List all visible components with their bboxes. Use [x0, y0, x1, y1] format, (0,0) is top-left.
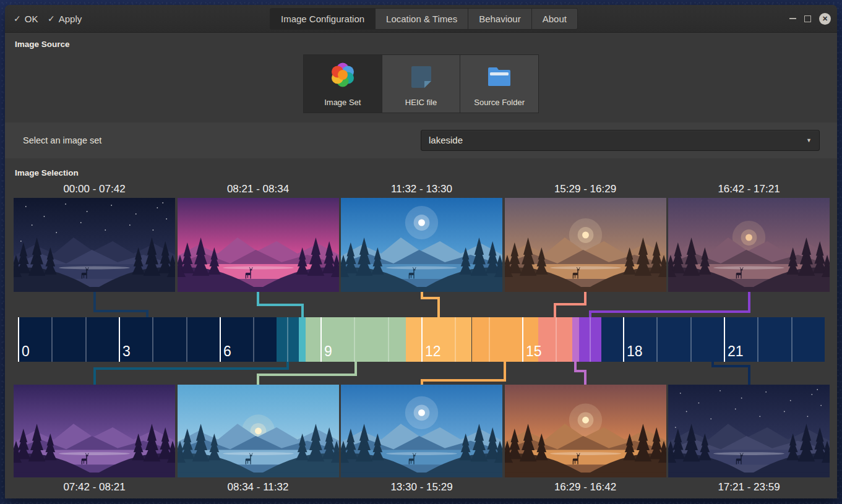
wallpaper-thumbnail[interactable] [14, 198, 175, 292]
wallpaper-thumbnail[interactable] [505, 198, 666, 292]
wallpaper-thumbnail[interactable] [178, 198, 339, 292]
tab-behaviour[interactable]: Behaviour [468, 9, 532, 29]
timeline-minor-tick [489, 317, 490, 362]
time-range-label: 16:29 - 16:42 [505, 481, 666, 493]
connector-line [146, 310, 148, 317]
timeline-minor-tick [556, 317, 557, 362]
timeline-minor-tick [455, 317, 456, 362]
time-range-label: 17:21 - 23:59 [668, 481, 830, 493]
timeline-hour-label: 21 [728, 343, 744, 360]
ok-button[interactable]: ✓ OK [14, 5, 38, 32]
connector-line [257, 304, 304, 306]
connector-line [554, 303, 556, 317]
connector-line [301, 304, 304, 317]
wallpaper-thumbnail[interactable] [341, 198, 502, 292]
connector-line [589, 310, 591, 317]
apply-button-label: Apply [59, 14, 82, 24]
timeline-hour-label: 3 [122, 343, 131, 360]
timeline-minor-tick [354, 317, 355, 362]
image-source-heading: Image Source [15, 40, 70, 49]
timeline-minor-tick [253, 317, 254, 362]
app-window: ✓ OK ✓ Apply Image Configuration Locatio… [5, 5, 837, 498]
image-set-dropdown[interactable]: lakeside ▼ [421, 130, 820, 151]
time-range-label: 13:30 - 15:29 [341, 481, 502, 493]
wallpaper-thumbnail[interactable] [14, 385, 175, 477]
source-folder-label: Source Folder [474, 98, 525, 107]
timeline-hour-label: 9 [324, 343, 332, 360]
time-range-label: 15:29 - 16:29 [505, 183, 666, 195]
tab-location-times[interactable]: Location & Times [376, 9, 468, 29]
timeline-segment [572, 317, 580, 362]
timeline-minor-tick [757, 317, 758, 362]
wallpaper-thumbnail[interactable] [505, 385, 666, 477]
timeline-major-tick [724, 317, 725, 362]
timeline-hour-label: 12 [425, 343, 441, 360]
image-set-label: Image Set [324, 98, 361, 107]
dropdown-selected-value: lakeside [429, 130, 463, 150]
maximize-icon[interactable] [804, 15, 811, 22]
timeline-major-tick [522, 317, 523, 362]
minimize-icon[interactable] [789, 18, 796, 19]
timeline-hour-label: 0 [22, 343, 30, 360]
source-type-options: Image Set HEIC file Source Folder [303, 54, 539, 113]
check-icon: ✓ [14, 14, 21, 23]
ok-button-label: OK [25, 14, 38, 24]
connector-line [711, 365, 750, 367]
titlebar: ✓ OK ✓ Apply Image Configuration Locatio… [5, 5, 837, 33]
timeline-hour-label: 18 [627, 343, 643, 360]
wallpaper-thumbnail[interactable] [178, 385, 339, 477]
image-selection-heading: Image Selection [15, 168, 79, 177]
wallpaper-thumbnail[interactable] [668, 198, 830, 292]
timeline-segment [18, 317, 277, 362]
timeline-hour-label: 6 [223, 343, 231, 360]
check-icon: ✓ [48, 14, 55, 23]
time-range-label: 00:00 - 07:42 [14, 183, 175, 195]
connector-line [93, 310, 149, 312]
connector-line [93, 367, 96, 385]
heic-file-button[interactable]: HEIC file [382, 55, 461, 113]
source-folder-button[interactable]: Source Folder [460, 55, 538, 113]
connector-line [421, 379, 423, 385]
timeline-hour-label: 15 [526, 343, 542, 360]
connector-line [748, 365, 750, 385]
timeline-major-tick [18, 317, 19, 362]
time-range-label: 07:42 - 08:21 [14, 481, 175, 493]
connector-line [589, 310, 750, 313]
timeline: 036912151821 [18, 317, 825, 362]
timeline-minor-tick [791, 317, 793, 362]
timeline-major-tick [220, 317, 221, 362]
timeline-minor-tick [656, 317, 658, 362]
wallpaper-thumbnail[interactable] [668, 385, 830, 477]
heic-file-label: HEIC file [405, 98, 437, 107]
time-range-label: 08:34 - 11:32 [178, 481, 339, 493]
connector-line [257, 374, 259, 385]
connector-line [584, 370, 586, 385]
timeline-minor-tick [690, 317, 692, 362]
timeline-segment [299, 317, 306, 362]
close-icon[interactable]: ✕ [819, 13, 831, 25]
timeline-minor-tick [287, 317, 288, 362]
heic-file-icon [406, 55, 437, 98]
image-set-button[interactable]: Image Set [304, 55, 382, 113]
source-folder-icon [484, 55, 515, 98]
timeline-major-tick [623, 317, 624, 362]
desktop: { "titlebar": { "check_glyph": "✓", "ok_… [0, 0, 842, 504]
tab-image-configuration[interactable]: Image Configuration [270, 9, 376, 29]
image-set-icon [327, 55, 358, 98]
wallpaper-thumbnail[interactable] [341, 385, 502, 477]
timeline-minor-tick [186, 317, 187, 362]
timeline-minor-tick [590, 317, 591, 362]
image-set-select-label: Select an image set [23, 122, 101, 158]
connector-line [554, 303, 586, 305]
connector-line [748, 292, 750, 313]
timeline-minor-tick [388, 317, 389, 362]
timeline-major-tick [320, 317, 322, 362]
connector-line [437, 297, 440, 317]
apply-button[interactable]: ✓ Apply [48, 5, 82, 32]
chevron-down-icon: ▼ [806, 130, 812, 150]
timeline-minor-tick [85, 317, 87, 362]
connector-line [93, 367, 290, 370]
timeline-minor-tick [152, 317, 153, 362]
tab-about[interactable]: About [532, 9, 577, 29]
timeline-major-tick [421, 317, 423, 362]
